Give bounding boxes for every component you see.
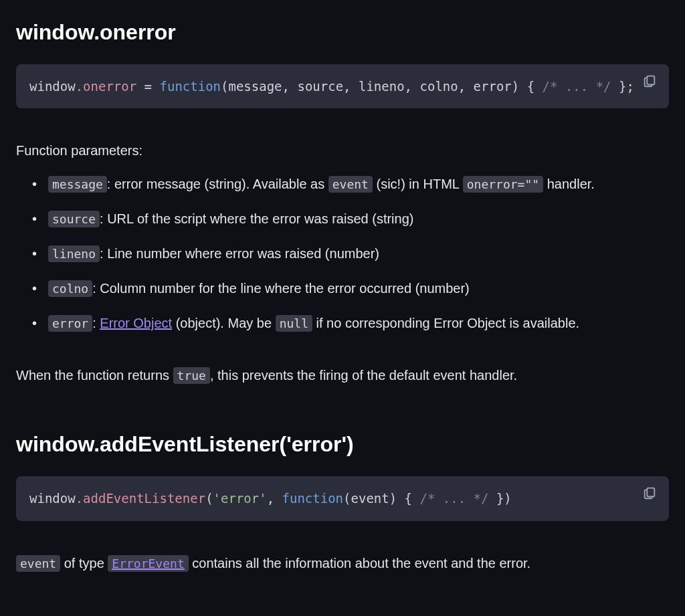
code-token: .: [76, 491, 83, 506]
param-text: (object). May be: [172, 316, 276, 330]
param-text: : Line number where error was raised (nu…: [100, 246, 379, 261]
svg-rect-1: [647, 488, 654, 497]
param-text: (sic!) in HTML: [373, 177, 463, 191]
heading-addeventlistener-error: window.addEventListener('error'): [16, 428, 669, 460]
code-token: function: [282, 491, 344, 506]
text: of type: [60, 556, 108, 571]
param-name-code: colno: [48, 280, 92, 297]
code-token: lineno: [359, 79, 405, 94]
code-token: ,: [405, 79, 420, 94]
copy-icon[interactable]: [642, 486, 658, 502]
code-token: {: [397, 491, 419, 506]
code-token: (: [205, 491, 213, 506]
returns-text: When the function returns true, this pre…: [16, 365, 669, 385]
inline-code: event: [328, 176, 373, 193]
param-name-code: lineno: [48, 245, 100, 262]
event-description: event of type ErrorEvent contains all th…: [16, 553, 669, 573]
code-token: addEventListener: [83, 491, 205, 506]
param-error: error: Error Object (object). May be nul…: [32, 313, 669, 333]
inline-code: event: [16, 555, 60, 572]
codeblock-window-onerror: window.onerror = function(message, sourc…: [16, 64, 669, 108]
code-token: ,: [343, 79, 359, 94]
code-token: source: [297, 79, 343, 94]
param-name-code: source: [48, 211, 100, 227]
code-token: .: [76, 79, 83, 94]
inline-code: ErrorEvent: [108, 555, 188, 572]
code-token: function: [160, 79, 221, 94]
param-name-code: message: [48, 176, 107, 193]
code-token: ): [389, 491, 397, 506]
param-message: message: error message (string). Availab…: [32, 174, 669, 194]
param-text: : error message (string). Available as: [107, 177, 328, 191]
param-lineno: lineno: Line number where error was rais…: [32, 243, 669, 264]
copy-icon[interactable]: [642, 74, 658, 90]
code-token: };: [611, 79, 634, 94]
params-intro: Function parameters:: [16, 140, 669, 161]
code-token: ,: [282, 79, 298, 94]
code-token: window: [29, 79, 76, 94]
code-token: error: [474, 79, 512, 94]
code-token: window: [29, 491, 76, 506]
code-token: /* ... */: [543, 79, 611, 94]
heading-window-onerror: window.onerror: [16, 16, 669, 48]
text: contains all the information about the e…: [189, 556, 530, 571]
code-token: 'error': [213, 491, 267, 506]
codeblock-addeventlistener: window.addEventListener('error', functio…: [16, 476, 669, 520]
code-token: message: [228, 79, 282, 94]
code-line: window.addEventListener('error', functio…: [29, 488, 656, 508]
code-token: }): [488, 491, 511, 506]
param-text: handler.: [543, 177, 595, 191]
code-token: ,: [458, 79, 474, 94]
code-token: ): [512, 79, 519, 94]
code-token: /* ... */: [420, 491, 489, 506]
text: , this prevents the firing of the defaul…: [210, 368, 517, 383]
inline-code: null: [276, 315, 312, 332]
code-token: (: [221, 79, 228, 94]
param-text: :: [92, 316, 100, 330]
code-line: window.onerror = function(message, sourc…: [29, 76, 656, 96]
param-text: if no corresponding Error Object is avai…: [312, 316, 579, 330]
param-text: : URL of the script where the error was …: [100, 211, 413, 226]
code-token: colno: [420, 79, 458, 94]
param-colno: colno: Column number for the line where …: [32, 278, 669, 298]
code-token: =: [136, 79, 159, 94]
params-list: message: error message (string). Availab…: [32, 174, 669, 333]
param-source: source: URL of the script where the erro…: [32, 209, 669, 229]
inline-code: onerror="": [463, 176, 543, 193]
code-token: ,: [267, 491, 282, 506]
link-errorevent[interactable]: ErrorEvent: [108, 556, 188, 571]
code-token: event: [351, 491, 389, 506]
code-token: (: [343, 491, 351, 506]
svg-rect-0: [647, 76, 654, 85]
code-token: {: [519, 79, 542, 94]
text: When the function returns: [16, 368, 173, 383]
param-name-code: error: [48, 315, 92, 332]
param-text: : Column number for the line where the e…: [92, 281, 470, 296]
link-error-object[interactable]: Error Object: [100, 316, 172, 330]
inline-code: true: [173, 367, 210, 384]
code-token: onerror: [83, 79, 136, 94]
